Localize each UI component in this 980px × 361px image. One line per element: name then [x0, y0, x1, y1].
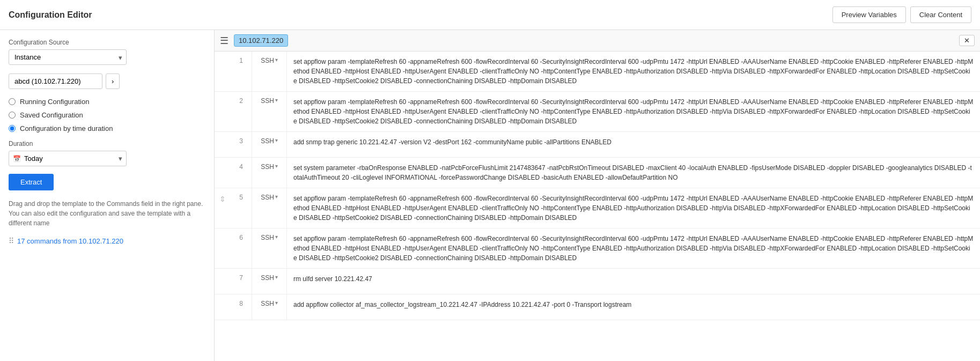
cmd-content: set appflow param -templateRefresh 60 -a… [287, 229, 980, 268]
cmd-content: rm ulfd server 10.221.42.47 [287, 269, 980, 294]
left-panel: Configuration Source Instance ▾ › Runnin… [0, 30, 215, 361]
ssh-dropdown-icon: ▾ [275, 194, 278, 200]
table-row: 8 SSH ▾ add appflow collector af_mas_col… [215, 294, 980, 320]
commands-link[interactable]: ⠿ 17 commands from 10.102.71.220 [9, 237, 205, 245]
radio-saved-config[interactable]: Saved Configuration [9, 111, 205, 119]
config-source-select[interactable]: Instance [9, 49, 127, 65]
cmd-type-ssh[interactable]: SSH ▾ [252, 92, 287, 131]
cmd-type-ssh[interactable]: SSH ▾ [252, 51, 287, 91]
drag-hint: Drag and drop the template to the Comman… [9, 199, 205, 228]
ip-tag-text: 10.102.71.220 [239, 36, 283, 45]
cmd-content: add snmp trap generic 10.221.42.47 -vers… [287, 132, 980, 157]
calendar-icon: 📅 [13, 155, 21, 163]
ssh-label: SSH [261, 163, 274, 171]
right-panel: ☰ 10.102.71.220 ✕ 1 SSH ▾ set appflow pa… [215, 30, 980, 361]
cmd-number: 2 [231, 92, 252, 131]
radio-running-config[interactable]: Running Configuration [9, 98, 205, 106]
radio-saved-label: Saved Configuration [20, 111, 83, 119]
cmd-content: set appflow param -templateRefresh 60 -a… [287, 51, 980, 91]
cmd-number: 6 [231, 229, 252, 268]
hamburger-icon[interactable]: ☰ [220, 35, 229, 47]
ssh-dropdown-icon: ▾ [275, 57, 278, 63]
ssh-label: SSH [261, 57, 274, 64]
radio-duration-input[interactable] [9, 125, 16, 132]
duration-select[interactable]: Today [9, 151, 127, 166]
radio-running-input[interactable] [9, 98, 16, 105]
radio-duration-label: Configuration by time duration [20, 124, 113, 132]
cmd-number: 8 [231, 294, 252, 320]
instance-go-button[interactable]: › [106, 73, 120, 89]
ssh-label: SSH [261, 97, 274, 105]
ssh-dropdown-icon: ▾ [275, 300, 278, 306]
toolbar-row: ☰ 10.102.71.220 ✕ [215, 30, 980, 51]
main-layout: Configuration Source Instance ▾ › Runnin… [0, 30, 980, 361]
cmd-number: 1 [231, 51, 252, 91]
extract-button[interactable]: Extract [9, 174, 54, 190]
radio-duration-config[interactable]: Configuration by time duration [9, 124, 205, 132]
instance-input[interactable] [9, 73, 102, 89]
config-source-label: Configuration Source [9, 39, 205, 46]
cmd-content: set appflow param -templateRefresh 60 -a… [287, 92, 980, 131]
clear-content-button[interactable]: Clear Content [910, 6, 971, 23]
table-row: ⇕ 5 SSH ▾ set appflow param -templateRef… [215, 188, 980, 229]
ssh-dropdown-icon: ▾ [275, 234, 278, 240]
cmd-number: 3 [231, 132, 252, 157]
cmd-content: add appflow collector af_mas_collector_l… [287, 294, 980, 320]
app-title: Configuration Editor [9, 10, 92, 20]
radio-running-label: Running Configuration [20, 98, 89, 106]
ssh-label: SSH [261, 274, 274, 282]
cmd-type-ssh[interactable]: SSH ▾ [252, 132, 287, 157]
commands-table: 1 SSH ▾ set appflow param -templateRefre… [215, 51, 980, 361]
ssh-label: SSH [261, 234, 274, 241]
ssh-label: SSH [261, 194, 274, 201]
ssh-dropdown-icon: ▾ [275, 163, 278, 169]
cmd-number: 7 [231, 269, 252, 294]
config-source-wrapper: Instance ▾ [9, 49, 127, 65]
radio-saved-input[interactable] [9, 112, 16, 119]
commands-count-label: 17 commands from 10.102.71.220 [17, 237, 123, 245]
table-row: 3 SSH ▾ add snmp trap generic 10.221.42.… [215, 132, 980, 158]
drag-handle-icon: ⠿ [9, 237, 14, 245]
preview-variables-button[interactable]: Preview Variables [832, 6, 906, 23]
table-row: 4 SSH ▾ set system parameter -rbaOnRespo… [215, 158, 980, 188]
cmd-type-ssh[interactable]: SSH ▾ [252, 229, 287, 268]
cmd-number: 5 [231, 188, 252, 228]
ssh-label: SSH [261, 300, 274, 307]
cmd-type-ssh[interactable]: SSH ▾ [252, 188, 287, 228]
app-header: Configuration Editor Preview Variables C… [0, 0, 980, 30]
table-row: 7 SSH ▾ rm ulfd server 10.221.42.47 [215, 269, 980, 294]
header-buttons: Preview Variables Clear Content [832, 6, 971, 23]
table-row: 6 SSH ▾ set appflow param -templateRefre… [215, 229, 980, 269]
cmd-number: 4 [231, 158, 252, 188]
close-x-button[interactable]: ✕ [959, 35, 975, 46]
table-row: 1 SSH ▾ set appflow param -templateRefre… [215, 51, 980, 92]
cmd-content: set appflow param -templateRefresh 60 -a… [287, 188, 980, 228]
ssh-dropdown-icon: ▾ [275, 97, 278, 103]
ssh-label: SSH [261, 137, 274, 145]
instance-row: › [9, 73, 205, 89]
ssh-dropdown-icon: ▾ [275, 137, 278, 143]
cmd-type-ssh[interactable]: SSH ▾ [252, 269, 287, 294]
cmd-type-ssh[interactable]: SSH ▾ [252, 294, 287, 320]
duration-label: Duration [9, 140, 205, 148]
cmd-content: set system parameter -rbaOnResponse ENAB… [287, 158, 980, 188]
duration-select-wrapper: 📅 Today ▾ [9, 151, 127, 166]
radio-group: Running Configuration Saved Configuratio… [9, 98, 205, 132]
cmd-type-ssh[interactable]: SSH ▾ [252, 158, 287, 188]
table-row: 2 SSH ▾ set appflow param -templateRefre… [215, 92, 980, 132]
ssh-dropdown-icon: ▾ [275, 274, 278, 280]
ip-tag: 10.102.71.220 [234, 34, 288, 47]
drag-handle-icon[interactable]: ⇕ [215, 188, 231, 228]
